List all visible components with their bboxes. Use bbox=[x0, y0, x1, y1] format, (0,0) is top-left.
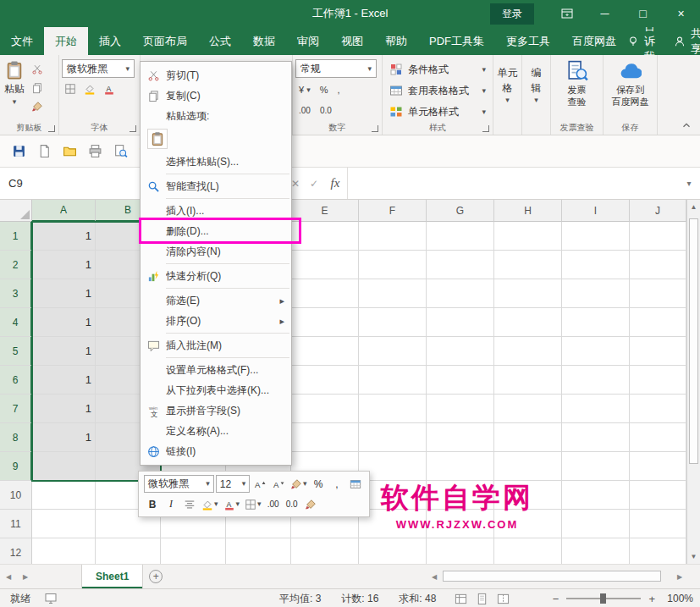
menu-item-0[interactable]: 剪切(T) bbox=[141, 65, 291, 86]
cell-G11[interactable] bbox=[427, 510, 494, 538]
cell-G10[interactable] bbox=[427, 481, 494, 510]
horizontal-scrollbar[interactable]: ◀ ▶ bbox=[427, 568, 686, 585]
cell-I10[interactable] bbox=[562, 481, 630, 510]
invoice-check-button[interactable]: 发票查验 bbox=[565, 58, 590, 111]
style-button-1[interactable]: 套用表格格式▾ bbox=[385, 80, 490, 101]
ribbon-tab-7[interactable]: 帮助 bbox=[374, 27, 418, 55]
menu-item-6[interactable]: 插入(I)... bbox=[141, 201, 291, 221]
cell-G4[interactable] bbox=[427, 308, 494, 337]
tab-file[interactable]: 文件 bbox=[0, 27, 44, 55]
cells-button[interactable]: 单元 格 ▾ bbox=[496, 58, 519, 104]
menu-item-17[interactable]: 链接(I) bbox=[141, 441, 291, 461]
zoom-level-label[interactable]: 100% bbox=[663, 593, 693, 604]
cell-G1[interactable] bbox=[427, 222, 494, 251]
cell-F6[interactable] bbox=[359, 366, 427, 395]
cell-J7[interactable] bbox=[630, 395, 686, 423]
column-header-E[interactable]: E bbox=[291, 200, 359, 222]
paste-button[interactable]: 粘贴 ▾ bbox=[3, 58, 26, 108]
cell-A8[interactable]: 1 bbox=[32, 423, 96, 452]
cell-E7[interactable] bbox=[291, 395, 359, 423]
cell-I4[interactable] bbox=[562, 308, 630, 337]
mini-bold-button[interactable]: B bbox=[144, 495, 161, 513]
sheet-tab-sheet1[interactable]: Sheet1 bbox=[81, 565, 143, 588]
cell-I12[interactable] bbox=[562, 538, 630, 564]
cell-F3[interactable] bbox=[359, 279, 427, 308]
cell-J1[interactable] bbox=[630, 222, 686, 251]
cell-I2[interactable] bbox=[562, 251, 630, 279]
cell-E12[interactable] bbox=[291, 538, 359, 564]
new-sheet-button[interactable]: + bbox=[143, 565, 168, 588]
cell-H4[interactable] bbox=[494, 308, 562, 337]
cell-J6[interactable] bbox=[630, 366, 686, 395]
menu-item-10[interactable]: 筛选(E)▸ bbox=[141, 290, 291, 311]
cell-G3[interactable] bbox=[427, 279, 494, 308]
cell-I11[interactable] bbox=[562, 510, 630, 538]
borders-button[interactable] bbox=[62, 81, 79, 97]
cell-H5[interactable] bbox=[494, 337, 562, 366]
editing-button[interactable]: 编 辑 ▾ bbox=[525, 58, 548, 104]
row-header-8[interactable]: 8 bbox=[0, 423, 32, 452]
cell-H6[interactable] bbox=[494, 366, 562, 395]
menu-item-1[interactable]: 复制(C) bbox=[141, 86, 291, 106]
ribbon-tab-8[interactable]: PDF工具集 bbox=[418, 27, 495, 55]
ribbon-tab-0[interactable]: 开始 bbox=[44, 27, 88, 55]
cell-I5[interactable] bbox=[562, 337, 630, 366]
save-to-baidu-button[interactable]: 保存到百度网盘 bbox=[610, 58, 651, 111]
mini-font-name-combo[interactable]: 微软雅黑 ▾ bbox=[144, 475, 214, 493]
next-sheet-icon[interactable]: ▶ bbox=[17, 565, 34, 588]
mini-shrink-font-button[interactable]: A bbox=[270, 475, 287, 493]
cell-H2[interactable] bbox=[494, 251, 562, 279]
cell-J9[interactable] bbox=[630, 452, 686, 481]
scroll-down-icon[interactable]: ▼ bbox=[687, 549, 700, 564]
menu-item-13[interactable]: 设置单元格格式(F)... bbox=[141, 360, 291, 380]
column-header-J[interactable]: J bbox=[630, 200, 686, 222]
cell-A3[interactable]: 1 bbox=[32, 279, 96, 308]
cell-J12[interactable] bbox=[630, 538, 686, 564]
ribbon-tab-5[interactable]: 审阅 bbox=[286, 27, 330, 55]
row-header-4[interactable]: 4 bbox=[0, 308, 32, 337]
enter-button[interactable]: ✓ bbox=[305, 168, 323, 199]
ribbon-display-options-button[interactable] bbox=[548, 0, 586, 27]
accounting-format-button[interactable]: ¥ ▾ bbox=[295, 81, 314, 98]
qat-print-button[interactable] bbox=[85, 141, 105, 162]
cell-G6[interactable] bbox=[427, 366, 494, 395]
paste-option-clipboard-icon[interactable] bbox=[147, 129, 168, 149]
mini-decrease-decimal-button[interactable]: 0.0 bbox=[284, 495, 300, 513]
cell-G8[interactable] bbox=[427, 423, 494, 452]
cell-D12[interactable] bbox=[226, 538, 291, 564]
vertical-scrollbar[interactable]: ▲ ▼ bbox=[686, 200, 700, 564]
mini-fill-color-button[interactable]: ▾ bbox=[200, 495, 220, 513]
select-all-corner[interactable] bbox=[0, 200, 32, 222]
cell-I8[interactable] bbox=[562, 423, 630, 452]
cell-E8[interactable] bbox=[291, 423, 359, 452]
increase-decimal-button[interactable]: .00 bbox=[295, 102, 314, 119]
menu-item-16[interactable]: 定义名称(A)... bbox=[141, 421, 291, 441]
cell-J5[interactable] bbox=[630, 337, 686, 366]
styles-dialog-launcher[interactable] bbox=[482, 125, 489, 132]
mini-borders-button[interactable]: ▾ bbox=[243, 495, 263, 513]
cell-A7[interactable]: 1 bbox=[32, 395, 96, 423]
row-header-12[interactable]: 12 bbox=[0, 538, 32, 564]
mini-align-center-button[interactable] bbox=[181, 495, 198, 513]
cell-A11[interactable] bbox=[32, 510, 96, 538]
menu-item-11[interactable]: 排序(O)▸ bbox=[141, 311, 291, 331]
menu-item-14[interactable]: 从下拉列表中选择(K)... bbox=[141, 380, 291, 400]
zoom-slider-thumb[interactable] bbox=[600, 593, 606, 604]
menu-item-15[interactable]: wén文显示拼音字段(S) bbox=[141, 400, 291, 421]
mini-comma-button[interactable]: , bbox=[328, 475, 345, 493]
cell-H8[interactable] bbox=[494, 423, 562, 452]
cell-I3[interactable] bbox=[562, 279, 630, 308]
scroll-left-icon[interactable]: ◀ bbox=[427, 573, 441, 581]
percent-style-button[interactable]: % bbox=[317, 81, 332, 98]
cell-H12[interactable] bbox=[494, 538, 562, 564]
display-settings-icon[interactable] bbox=[44, 592, 58, 605]
cell-H10[interactable] bbox=[494, 481, 562, 510]
ribbon-tab-6[interactable]: 视图 bbox=[330, 27, 374, 55]
normal-view-button[interactable] bbox=[451, 591, 470, 606]
formula-input[interactable] bbox=[347, 168, 678, 199]
mini-table-button[interactable] bbox=[347, 475, 364, 493]
mini-percent-button[interactable]: % bbox=[310, 475, 327, 493]
row-header-6[interactable]: 6 bbox=[0, 366, 32, 395]
column-header-F[interactable]: F bbox=[359, 200, 427, 222]
paste-option-button[interactable] bbox=[141, 126, 291, 152]
